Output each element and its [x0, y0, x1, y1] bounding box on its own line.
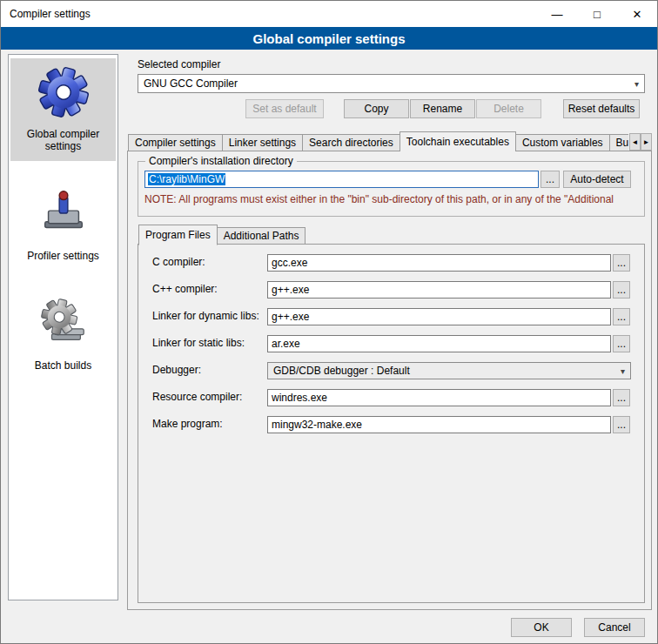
- selected-compiler-dropdown[interactable]: GNU GCC Compiler ▾: [138, 74, 645, 93]
- tab-program-files[interactable]: Program Files: [138, 225, 218, 245]
- window-controls: — □ ✕: [537, 1, 657, 27]
- chevron-down-icon: ▾: [634, 79, 639, 89]
- debugger-value: GDB/CDB debugger : Default: [273, 365, 410, 377]
- sidebar-item-global-compiler-settings[interactable]: Global compiler settings: [10, 58, 116, 161]
- selected-compiler-value: GNU GCC Compiler: [144, 77, 238, 90]
- main-tabstrip: Compiler settings Linker settings Search…: [128, 131, 628, 151]
- make-program-input[interactable]: [267, 416, 611, 433]
- sidebar-item-label: Batch builds: [35, 359, 91, 372]
- linker-dynamic-input[interactable]: [267, 308, 611, 325]
- settings-category-list: Global compiler settings Profiler settin…: [8, 54, 118, 600]
- auto-detect-button[interactable]: Auto-detect: [563, 171, 631, 188]
- linker-static-input[interactable]: [267, 335, 611, 352]
- debugger-label: Debugger:: [152, 364, 201, 376]
- browse-button[interactable]: ...: [613, 254, 630, 272]
- tab-custom-variables[interactable]: Custom variables: [515, 134, 610, 151]
- c-compiler-input[interactable]: [267, 254, 611, 272]
- copy-button[interactable]: Copy: [344, 99, 409, 118]
- sidebar-item-label: Global compiler settings: [12, 128, 114, 152]
- tab-scroll-left-button[interactable]: ◄: [629, 133, 641, 151]
- compiler-settings-window: Compiler settings — □ ✕ Global compiler …: [0, 0, 658, 644]
- sidebar-item-profiler-settings[interactable]: Profiler settings: [10, 180, 116, 271]
- c-compiler-label: C compiler:: [152, 256, 205, 268]
- program-files-panel: C compiler: ... C++ compiler: ... Linker…: [138, 244, 645, 603]
- rename-button[interactable]: Rename: [410, 99, 475, 118]
- chevron-down-icon: ▾: [621, 366, 625, 376]
- cpp-compiler-input[interactable]: [267, 281, 611, 299]
- tab-additional-paths[interactable]: Additional Paths: [217, 227, 306, 245]
- browse-directory-button[interactable]: ...: [540, 171, 560, 188]
- reset-defaults-button[interactable]: Reset defaults: [563, 99, 640, 118]
- profiler-tool-icon: [37, 187, 91, 244]
- window-title: Compiler settings: [1, 8, 91, 20]
- tab-search-directories[interactable]: Search directories: [302, 134, 400, 151]
- dialog-header: Global compiler settings: [1, 27, 657, 50]
- gear-blue-icon: [37, 65, 91, 122]
- browse-button[interactable]: ...: [613, 281, 630, 299]
- set-as-default-button[interactable]: Set as default: [245, 99, 324, 118]
- delete-button[interactable]: Delete: [476, 99, 541, 118]
- browse-button[interactable]: ...: [613, 389, 630, 406]
- make-program-label: Make program:: [152, 418, 223, 430]
- ok-button[interactable]: OK: [511, 618, 572, 637]
- resource-compiler-label: Resource compiler:: [152, 391, 242, 403]
- installation-directory-value: C:\raylib\MinGW: [148, 173, 225, 185]
- tab-compiler-settings[interactable]: Compiler settings: [128, 134, 223, 151]
- installation-directory-input[interactable]: C:\raylib\MinGW: [144, 171, 539, 188]
- sidebar-item-label: Profiler settings: [27, 250, 99, 262]
- selected-compiler-label: Selected compiler: [138, 58, 220, 70]
- tab-build-options[interactable]: Buil: [609, 134, 628, 151]
- cpp-compiler-label: C++ compiler:: [152, 283, 218, 295]
- linker-dynamic-label: Linker for dynamic libs:: [152, 310, 259, 322]
- installation-directory-group-label: Compiler's installation directory: [145, 155, 297, 167]
- batch-builds-gear-icon: [37, 297, 91, 353]
- installation-note: NOTE: All programs must exist either in …: [144, 193, 641, 205]
- minimize-button[interactable]: —: [537, 1, 577, 27]
- tab-toolchain-executables[interactable]: Toolchain executables: [400, 131, 516, 151]
- resource-compiler-input[interactable]: [267, 389, 611, 406]
- linker-static-label: Linker for static libs:: [152, 337, 245, 349]
- installation-directory-groupbox: Compiler's installation directory C:\ray…: [138, 161, 645, 217]
- debugger-dropdown[interactable]: GDB/CDB debugger : Default ▾: [267, 362, 631, 379]
- maximize-button[interactable]: □: [577, 1, 617, 27]
- close-button[interactable]: ✕: [617, 1, 657, 27]
- browse-button[interactable]: ...: [613, 308, 630, 325]
- tab-linker-settings[interactable]: Linker settings: [222, 134, 303, 151]
- cancel-button[interactable]: Cancel: [584, 618, 645, 637]
- tab-scroll-right-button[interactable]: ►: [641, 133, 652, 151]
- sidebar-item-batch-builds[interactable]: Batch builds: [10, 290, 116, 380]
- titlebar[interactable]: Compiler settings — □ ✕: [1, 1, 657, 27]
- browse-button[interactable]: ...: [613, 416, 630, 433]
- program-files-tabstrip: Program Files Additional Paths: [138, 224, 306, 245]
- browse-button[interactable]: ...: [613, 335, 630, 352]
